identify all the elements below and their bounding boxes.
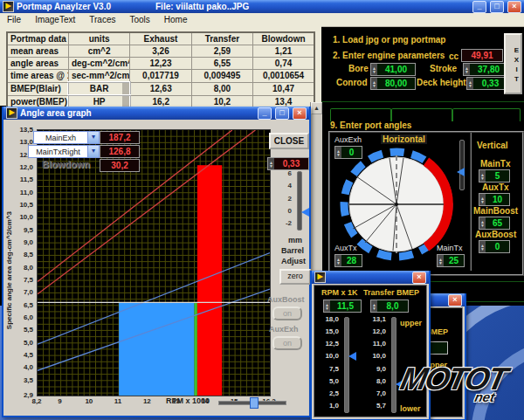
- barrel-label-1: Barrel: [281, 246, 304, 255]
- slider-tick-label: 6: [288, 169, 292, 177]
- rpm-titlebar: ▶ ×: [312, 271, 429, 284]
- trace-select-2[interactable]: MainTxRight ▾: [28, 145, 100, 158]
- table-header-cell: units: [68, 32, 129, 45]
- dropdown-arrow-icon[interactable]: ▾: [87, 146, 99, 157]
- vertical-label: Vertical: [477, 141, 508, 150]
- table-cell: 8,00: [191, 82, 252, 95]
- conrod-spinner[interactable]: 80,00: [370, 77, 416, 90]
- table-cell: angle areas: [7, 58, 68, 70]
- close-icon[interactable]: ×: [293, 107, 307, 120]
- menubar: File ImageText Traces Tools Home: [0, 13, 524, 27]
- bmep-slider-track[interactable]: [391, 317, 396, 413]
- close-icon[interactable]: ×: [507, 1, 521, 13]
- table-row: mean areascm^23,262,591,21: [7, 45, 314, 58]
- main-tx-bottom-label: MainTx: [437, 244, 463, 252]
- barrel-adjust-value[interactable]: 0,33: [267, 157, 309, 170]
- minimize-icon[interactable]: _: [472, 1, 486, 13]
- rpm-spinner[interactable]: 11,5: [323, 300, 362, 313]
- spinner-up-down-arrows[interactable]: [371, 78, 377, 89]
- axis-tick-label: 4,5: [7, 351, 33, 359]
- menu-imagetext[interactable]: ImageText: [28, 15, 82, 24]
- spinner-up-down-arrows[interactable]: [371, 64, 377, 75]
- spinner-up-down-arrows[interactable]: [479, 170, 486, 182]
- barrel-slider-handle[interactable]: [301, 208, 309, 217]
- table-cell: 2,59: [191, 45, 252, 58]
- tab-3[interactable]: [452, 108, 521, 121]
- spinner-up-down-arrows[interactable]: [467, 78, 473, 89]
- aux-boost-label: AuxBoost: [475, 230, 516, 239]
- spinner-up-down-arrows[interactable]: [479, 194, 486, 205]
- cc-value[interactable]: 49,91: [461, 49, 503, 62]
- rpm-slider-track[interactable]: [344, 317, 349, 413]
- aux-boost-spinner[interactable]: 0: [479, 240, 510, 253]
- deck-height-spinner[interactable]: 0,33: [466, 77, 508, 90]
- table-cell: cm^2: [68, 45, 129, 58]
- blowdown-label: Blowdown: [42, 159, 90, 169]
- menu-tools[interactable]: Tools: [122, 15, 156, 24]
- aux-boost-toggle-label: AuxBoost: [267, 295, 305, 304]
- stroke-label: Stroke: [430, 64, 457, 73]
- aux-tx-bottom-spinner[interactable]: 28: [334, 254, 362, 267]
- axis-tick-label: 8,2: [25, 397, 48, 405]
- tab-1[interactable]: [330, 108, 391, 121]
- units-select[interactable]: BAR: [68, 82, 129, 95]
- rpm-slider-handle[interactable]: [348, 352, 356, 361]
- axis-tick-label: 12,0: [7, 163, 33, 171]
- menu-file[interactable]: File: [0, 15, 28, 24]
- maximize-icon[interactable]: □: [275, 107, 289, 120]
- y-axis-label: Specific angle area deg-cm^2/cm^3: [5, 211, 13, 329]
- spinner-up-down-arrows[interactable]: [268, 158, 274, 169]
- exit-button[interactable]: EXIT: [504, 33, 522, 94]
- upper-label: upper: [400, 319, 422, 327]
- slider-tick-label: 12,0: [372, 327, 386, 335]
- image-scrollbar[interactable]: ▲: [310, 102, 322, 273]
- zero-button[interactable]: zero: [279, 269, 311, 285]
- close-graph-button[interactable]: CLOSE: [269, 133, 309, 149]
- rpm-scroll-handle[interactable]: [250, 397, 259, 409]
- slider-tick-label: 2,5: [329, 389, 339, 397]
- axis-tick-label: 2,9: [7, 391, 33, 399]
- close-icon[interactable]: ×: [448, 294, 462, 306]
- transfer-bmep-spinner[interactable]: 8,0: [370, 300, 409, 313]
- table-cell: 0,74: [253, 58, 314, 70]
- graph-titlebar: ▶ Angle area graph _ □ ×: [3, 107, 309, 120]
- dial-slider-handle[interactable]: [457, 168, 465, 176]
- stroke-spinner[interactable]: 37,80: [463, 63, 508, 76]
- dial-slider-track[interactable]: [459, 140, 465, 190]
- slider-tick-label: 18,0: [325, 315, 339, 323]
- aux-tx-spinner[interactable]: 10: [479, 193, 510, 206]
- scrollbar-up-icon[interactable]: ▲: [311, 102, 322, 114]
- slider-tick-label: 4: [288, 182, 292, 189]
- maximize-icon[interactable]: □: [490, 1, 504, 13]
- main-tx-duration-value: 126,8: [100, 145, 140, 158]
- main-tx-label: MainTx: [480, 159, 510, 169]
- axis-tick-label: 11,5: [7, 176, 33, 183]
- main-boost-spinner[interactable]: 65: [479, 217, 510, 230]
- window-title: Portmap Anaylzer V3.0: [17, 2, 111, 11]
- bore-spinner[interactable]: 41,00: [370, 63, 416, 76]
- spinner-up-down-arrows[interactable]: [464, 64, 470, 75]
- spinner-up-down-arrows[interactable]: [324, 300, 330, 312]
- barrel-slider-track[interactable]: [297, 171, 302, 231]
- spinner-up-down-arrows[interactable]: [479, 241, 486, 252]
- spinner-up-down-arrows[interactable]: [371, 300, 377, 312]
- conrod-label: Conrod: [336, 78, 368, 87]
- trace-select-1[interactable]: MainExh ▾: [33, 131, 100, 144]
- bmep-slider-scale: 13,112,011,010,09,08,07,05,7: [363, 315, 386, 410]
- spinner-up-down-arrows[interactable]: [479, 217, 486, 229]
- menu-home[interactable]: Home: [157, 15, 195, 24]
- axis-tick-label: 12: [135, 397, 158, 405]
- dropdown-arrow-icon[interactable]: ▾: [87, 132, 99, 143]
- minimize-icon[interactable]: _: [258, 107, 272, 120]
- main-tx-bottom-spinner[interactable]: 25: [437, 254, 465, 267]
- table-cell: 12,23: [130, 58, 191, 70]
- spinner-up-down-arrows[interactable]: [335, 255, 341, 266]
- slider-tick-label: 15,0: [325, 327, 339, 335]
- slider-tick-label: 7,0: [376, 389, 386, 397]
- main-tx-spinner[interactable]: 5: [479, 169, 510, 182]
- menu-traces[interactable]: Traces: [82, 15, 122, 24]
- aux-exh-toggle-label: AuxExh: [269, 325, 299, 334]
- tab-2[interactable]: [391, 108, 452, 121]
- spinner-up-down-arrows[interactable]: [438, 255, 444, 266]
- close-icon[interactable]: ×: [412, 272, 426, 284]
